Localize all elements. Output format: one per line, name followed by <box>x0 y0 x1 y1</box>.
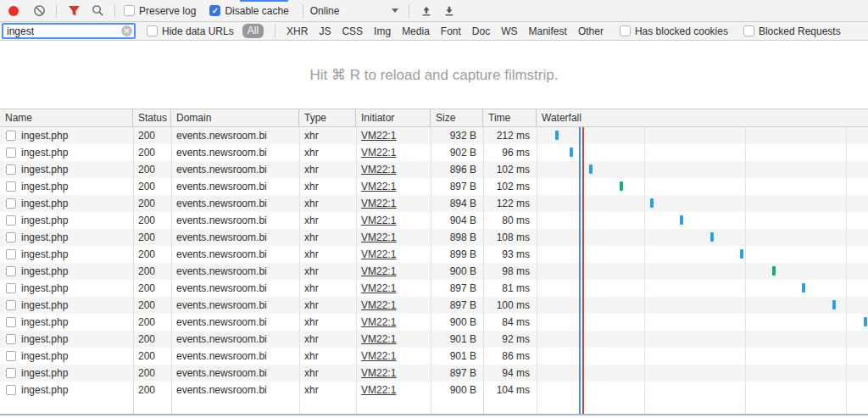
type-filter-img[interactable]: Img <box>374 25 391 37</box>
type-filter-xhr[interactable]: XHR <box>287 25 308 37</box>
table-row[interactable]: ingest.php200events.newsroom.bixhrVM22:1… <box>0 195 868 212</box>
table-row[interactable]: ingest.php200events.newsroom.bixhrVM22:1… <box>0 127 868 144</box>
table-row[interactable]: ingest.php200events.newsroom.bixhrVM22:1… <box>0 297 868 314</box>
column-header-status[interactable]: Status <box>133 109 171 126</box>
initiator-link[interactable]: VM22:1 <box>361 231 396 243</box>
type-filter-manifest[interactable]: Manifest <box>529 25 567 37</box>
initiator-link[interactable]: VM22:1 <box>361 248 396 260</box>
initiator-link[interactable]: VM22:1 <box>361 198 396 209</box>
table-row[interactable]: ingest.php200events.newsroom.bixhrVM22:1… <box>0 314 868 331</box>
table-row[interactable]: ingest.php200events.newsroom.bixhrVM22:1… <box>0 144 868 161</box>
request-name-cell[interactable]: ingest.php <box>0 144 133 161</box>
request-name-cell[interactable]: ingest.php <box>0 365 133 382</box>
initiator-link[interactable]: VM22:1 <box>361 147 396 159</box>
filter-input[interactable] <box>2 23 136 39</box>
request-name-cell[interactable]: ingest.php <box>0 382 133 398</box>
initiator-link[interactable]: VM22:1 <box>361 215 396 226</box>
table-row[interactable]: ingest.php200events.newsroom.bixhrVM22:1… <box>0 246 868 263</box>
column-header-initiator[interactable]: Initiator <box>356 109 431 126</box>
request-name-cell[interactable]: ingest.php <box>0 314 133 331</box>
toolbar-separator <box>275 25 275 38</box>
column-header-time[interactable]: Time <box>483 109 537 126</box>
column-header-size[interactable]: Size <box>431 109 483 126</box>
table-row[interactable]: ingest.php200events.newsroom.bixhrVM22:1… <box>0 178 868 195</box>
request-time: 92 ms <box>483 331 537 348</box>
table-row[interactable]: ingest.php200events.newsroom.bixhrVM22:1… <box>0 365 868 382</box>
request-domain: events.newsroom.bi <box>171 178 299 195</box>
file-icon <box>6 266 16 276</box>
request-type: xhr <box>299 161 356 178</box>
table-row[interactable]: ingest.php200events.newsroom.bixhrVM22:1… <box>0 263 868 280</box>
type-filter-ws[interactable]: WS <box>501 25 517 37</box>
column-header-type[interactable]: Type <box>299 109 356 126</box>
request-size: 897 B <box>431 297 483 314</box>
request-name-cell[interactable]: ingest.php <box>0 195 133 212</box>
initiator-link[interactable]: VM22:1 <box>361 367 396 379</box>
record-button[interactable] <box>3 2 24 20</box>
request-name-cell[interactable]: ingest.php <box>0 127 133 144</box>
request-domain: events.newsroom.bi <box>171 212 299 229</box>
initiator-link[interactable]: VM22:1 <box>361 130 396 142</box>
import-har-button[interactable] <box>416 2 437 20</box>
filter-button[interactable] <box>64 2 84 20</box>
request-name-cell[interactable]: ingest.php <box>0 246 133 263</box>
request-status: 200 <box>133 161 171 178</box>
table-row[interactable]: ingest.php200events.newsroom.bixhrVM22:1… <box>0 331 868 348</box>
hide-data-urls-checkbox[interactable]: Hide data URLs <box>147 25 234 37</box>
table-row[interactable]: ingest.php200events.newsroom.bixhrVM22:1… <box>0 382 868 398</box>
initiator-link[interactable]: VM22:1 <box>361 282 396 294</box>
column-header-name[interactable]: Name <box>0 109 133 126</box>
table-row[interactable]: ingest.php200events.newsroom.bixhrVM22:1… <box>0 280 868 297</box>
initiator-link[interactable]: VM22:1 <box>361 316 396 328</box>
table-row[interactable]: ingest.php200events.newsroom.bixhrVM22:1… <box>0 161 868 178</box>
export-har-button[interactable] <box>439 2 459 20</box>
request-name-cell[interactable]: ingest.php <box>0 331 133 348</box>
initiator-link[interactable]: VM22:1 <box>361 384 396 396</box>
initiator-link[interactable]: VM22:1 <box>361 299 396 311</box>
initiator-link[interactable]: VM22:1 <box>361 164 396 176</box>
column-header-waterfall[interactable]: Waterfall <box>537 109 868 126</box>
request-time: 122 ms <box>483 195 537 212</box>
initiator-link[interactable]: VM22:1 <box>361 333 396 345</box>
initiator-link[interactable]: VM22:1 <box>361 265 396 277</box>
request-type: xhr <box>299 331 356 348</box>
request-type: xhr <box>299 229 356 246</box>
request-name-cell[interactable]: ingest.php <box>0 348 133 365</box>
type-filter-doc[interactable]: Doc <box>472 25 490 37</box>
toolbar-separator <box>114 4 115 18</box>
type-filter-other[interactable]: Other <box>578 25 604 37</box>
request-name-cell[interactable]: ingest.php <box>0 178 133 195</box>
request-name-cell[interactable]: ingest.php <box>0 263 133 280</box>
initiator-link[interactable]: VM22:1 <box>361 181 396 192</box>
type-filter-css[interactable]: CSS <box>342 25 363 37</box>
type-filter-media[interactable]: Media <box>402 25 430 37</box>
table-row[interactable]: ingest.php200events.newsroom.bixhrVM22:1… <box>0 348 868 365</box>
table-row[interactable]: ingest.php200events.newsroom.bixhrVM22:1… <box>0 229 868 246</box>
request-name-cell[interactable]: ingest.php <box>0 280 133 297</box>
waterfall-cell <box>537 229 868 246</box>
blocked-requests-checkbox[interactable]: Blocked Requests <box>743 25 841 37</box>
clear-button[interactable] <box>29 2 49 20</box>
column-header-domain[interactable]: Domain <box>171 109 299 126</box>
throttling-dropdown[interactable]: Online <box>310 5 398 17</box>
request-name-cell[interactable]: ingest.php <box>0 161 133 178</box>
has-blocked-cookies-checkbox[interactable]: Has blocked cookies <box>620 25 728 37</box>
disable-cache-checkbox[interactable]: ✓ Disable cache <box>209 5 288 17</box>
type-filter-font[interactable]: Font <box>441 25 461 37</box>
request-initiator-cell: VM22:1 <box>356 297 431 314</box>
request-name-cell[interactable]: ingest.php <box>0 297 133 314</box>
table-row[interactable]: ingest.php200events.newsroom.bixhrVM22:1… <box>0 212 868 229</box>
request-name-cell[interactable]: ingest.php <box>0 229 133 246</box>
file-icon <box>6 131 16 141</box>
request-domain: events.newsroom.bi <box>171 161 299 178</box>
clear-filter-icon[interactable]: ✕ <box>121 25 132 36</box>
initiator-link[interactable]: VM22:1 <box>361 350 396 362</box>
search-button[interactable] <box>87 2 108 20</box>
waterfall-cell <box>537 348 868 365</box>
request-name-cell[interactable]: ingest.php <box>0 212 133 229</box>
preserve-log-checkbox[interactable]: Preserve log <box>124 5 196 17</box>
request-size: 897 B <box>431 178 483 195</box>
type-filter-js[interactable]: JS <box>319 25 331 37</box>
checkbox-box-checked: ✓ <box>209 5 220 16</box>
type-filter-all[interactable]: All <box>242 24 264 38</box>
